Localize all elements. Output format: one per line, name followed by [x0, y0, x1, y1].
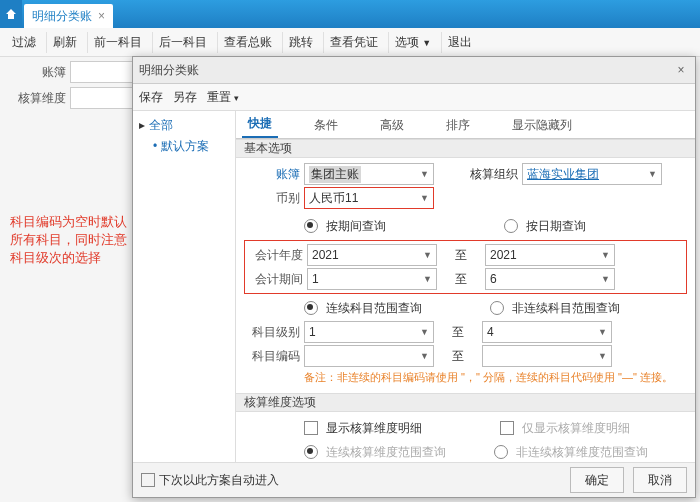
dialog-tabs: 快捷 条件 高级 排序 显示隐藏列 — [236, 111, 695, 139]
tb-view-voucher[interactable]: 查看凭证 — [323, 32, 384, 53]
home-icon[interactable] — [0, 0, 22, 28]
plan-all[interactable]: ▸全部 — [139, 117, 229, 134]
year-from-combo[interactable]: 2021▼ — [307, 244, 437, 266]
org-label: 核算组织 — [458, 166, 518, 183]
filter-book-label: 账簿 — [6, 64, 66, 81]
tab-advanced[interactable]: 高级 — [374, 113, 410, 138]
radio-by-date[interactable] — [504, 219, 518, 233]
period-from-combo[interactable]: 1▼ — [307, 268, 437, 290]
dialog-close-icon[interactable]: × — [673, 62, 689, 78]
filter-dim-label: 核算维度 — [6, 90, 66, 107]
tb-refresh[interactable]: 刷新 — [46, 32, 83, 53]
top-tab-bar: 明细分类账 × — [0, 0, 700, 28]
chevron-down-icon: ▼ — [648, 169, 657, 179]
org-combo[interactable]: 蓝海实业集团▼ — [522, 163, 662, 185]
tab-label: 明细分类账 — [32, 8, 92, 25]
book-label: 账簿 — [244, 166, 300, 183]
dialog-toolbar: 保存 另存 重置 ▾ — [133, 84, 695, 111]
annotation-text: 科目编码为空时默认所有科目，同时注意科目级次的选择 — [10, 213, 128, 267]
tab-condition[interactable]: 条件 — [308, 113, 344, 138]
radio-by-period[interactable] — [304, 219, 318, 233]
close-icon[interactable]: × — [98, 9, 105, 23]
tab-columns[interactable]: 显示隐藏列 — [506, 113, 578, 138]
tb-exit[interactable]: 退出 — [441, 32, 478, 53]
chevron-down-icon: ▾ — [234, 93, 239, 103]
radio-continuous-range[interactable] — [304, 301, 318, 315]
tab-detail-ledger[interactable]: 明细分类账 × — [24, 4, 113, 28]
tb-saveas[interactable]: 另存 — [173, 89, 197, 106]
tb-options[interactable]: 选项 ▼ — [388, 32, 437, 53]
level-to-combo[interactable]: 4▼ — [482, 321, 612, 343]
plan-list: ▸全部 • 默认方案 — [133, 111, 236, 462]
tb-save[interactable]: 保存 — [139, 89, 163, 106]
year-to-combo[interactable]: 2021▼ — [485, 244, 615, 266]
tb-filter[interactable]: 过滤 — [6, 32, 42, 53]
period-label: 会计期间 — [247, 271, 303, 288]
currency-label: 币别 — [244, 190, 300, 207]
chevron-down-icon: ▼ — [420, 193, 429, 203]
level-from-combo[interactable]: 1▼ — [304, 321, 434, 343]
cancel-button[interactable]: 取消 — [633, 467, 687, 493]
book-combo[interactable]: 集团主账▼ — [304, 163, 434, 185]
tb-jump[interactable]: 跳转 — [282, 32, 319, 53]
main-toolbar: 过滤 刷新 前一科目 后一科目 查看总账 跳转 查看凭证 选项 ▼ 退出 — [0, 28, 700, 57]
level-label: 科目级别 — [244, 324, 300, 341]
chk-dim-detail[interactable] — [304, 421, 318, 435]
tab-sort[interactable]: 排序 — [440, 113, 476, 138]
code-to-combo[interactable]: ▼ — [482, 345, 612, 367]
plan-default[interactable]: • 默认方案 — [139, 138, 229, 155]
dialog-footer: 下次以此方案自动进入 确定 取消 — [133, 462, 695, 497]
period-to-combo[interactable]: 6▼ — [485, 268, 615, 290]
dialog-header: 明细分类账 × — [133, 57, 695, 84]
code-from-combo[interactable]: ▼ — [304, 345, 434, 367]
ok-button[interactable]: 确定 — [570, 467, 624, 493]
code-label: 科目编码 — [244, 348, 300, 365]
radio-dim-cont — [304, 445, 318, 459]
tab-quick[interactable]: 快捷 — [242, 111, 278, 138]
chevron-down-icon: ▼ — [422, 38, 431, 48]
chevron-down-icon: ▼ — [420, 169, 429, 179]
tb-prev-subject[interactable]: 前一科目 — [87, 32, 148, 53]
tb-next-subject[interactable]: 后一科目 — [152, 32, 213, 53]
chk-dim-only-detail — [500, 421, 514, 435]
tb-view-gl[interactable]: 查看总账 — [217, 32, 278, 53]
radio-dim-noncont — [494, 445, 508, 459]
filter-dialog: 明细分类账 × 保存 另存 重置 ▾ ▸全部 • 默认方案 快捷 条件 高级 排… — [132, 56, 696, 498]
radio-noncontinuous-range[interactable] — [490, 301, 504, 315]
currency-combo[interactable]: 人民币11▼ — [304, 187, 434, 209]
tb-reset[interactable]: 重置 ▾ — [207, 89, 239, 106]
dialog-title: 明细分类账 — [139, 62, 199, 79]
code-note: 备注：非连续的科目编码请使用 "，" 分隔，连续的科目代码使用 "—" 连接。 — [244, 368, 687, 389]
year-label: 会计年度 — [247, 247, 303, 264]
chk-next-auto[interactable] — [141, 473, 155, 487]
section-dim: 核算维度选项 — [236, 393, 695, 412]
section-basic: 基本选项 — [236, 139, 695, 158]
